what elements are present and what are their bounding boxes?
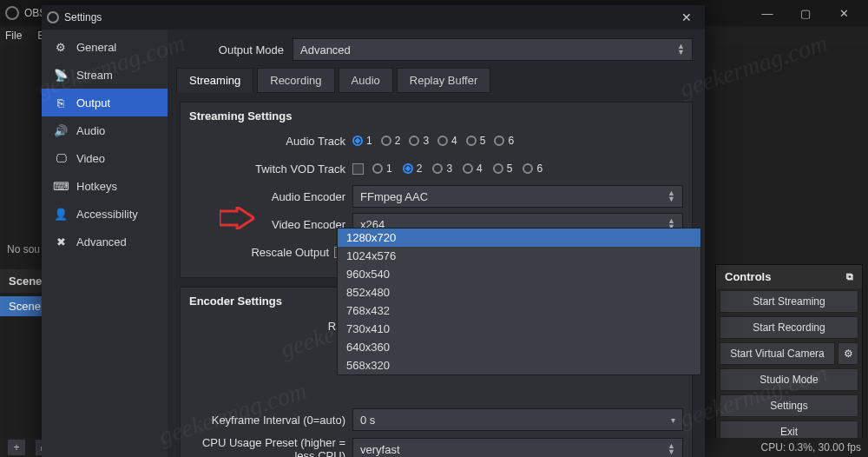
radio-icon bbox=[437, 136, 448, 146]
keyframe-select[interactable]: 0 s ▾ bbox=[352, 408, 683, 431]
svg-marker-0 bbox=[220, 207, 254, 229]
start-streaming-button[interactable]: Start Streaming bbox=[720, 290, 858, 313]
vod-tracks-option-3[interactable]: 3 bbox=[432, 162, 452, 175]
virtual-camera-settings-button[interactable]: ⚙ bbox=[838, 342, 858, 365]
maximize-icon[interactable]: ▢ bbox=[786, 0, 825, 26]
rescale-dropdown-list[interactable]: 1280x7201024x576960x540852x480768x432730… bbox=[337, 228, 701, 375]
radio-icon bbox=[409, 136, 419, 146]
dock-popout-icon[interactable]: ⧉ bbox=[846, 271, 853, 282]
close-icon[interactable]: ✕ bbox=[825, 0, 863, 26]
tab-replay-buffer[interactable]: Replay Buffer bbox=[397, 68, 491, 93]
sidebar-item-video[interactable]: 🖵Video bbox=[42, 144, 168, 172]
controls-dock: Controls ⧉ Start Streaming Start Recordi… bbox=[715, 264, 863, 446]
sidebar-item-general[interactable]: ⚙General bbox=[42, 33, 168, 61]
monitor-icon: 🖵 bbox=[54, 151, 68, 165]
cpu-preset-select[interactable]: veryfast ▲▼ bbox=[352, 438, 683, 457]
radio-icon bbox=[466, 136, 477, 146]
rescale-option[interactable]: 768x432 bbox=[338, 301, 700, 320]
tab-audio[interactable]: Audio bbox=[339, 68, 393, 93]
rescale-option[interactable]: 1024x576 bbox=[338, 247, 700, 265]
cpu-fps-label: CPU: 0.3%, 30.00 fps bbox=[761, 441, 861, 454]
tab-recording[interactable]: Recording bbox=[257, 68, 334, 93]
settings-button[interactable]: Settings bbox=[720, 394, 858, 417]
settings-title: Settings bbox=[64, 11, 102, 23]
cpu-preset-value: veryfast bbox=[360, 443, 400, 456]
gear-icon: ⚙ bbox=[54, 40, 68, 54]
streaming-settings-title: Streaming Settings bbox=[189, 109, 683, 123]
audio-tracks-option-2[interactable]: 2 bbox=[381, 135, 401, 147]
rescale-option[interactable]: 640x360 bbox=[338, 338, 700, 356]
audio-tracks-option-5[interactable]: 5 bbox=[466, 135, 486, 147]
sidebar-item-label: Advanced bbox=[76, 235, 127, 248]
obs-logo-icon bbox=[5, 6, 19, 20]
sidebar-item-output[interactable]: ⎘Output bbox=[42, 89, 168, 116]
radio-icon bbox=[381, 136, 391, 146]
audio-tracks-option-3[interactable]: 3 bbox=[409, 135, 429, 147]
vod-tracks-option-4[interactable]: 4 bbox=[463, 162, 483, 175]
keyboard-icon: ⌨ bbox=[54, 179, 68, 193]
tab-streaming[interactable]: Streaming bbox=[176, 68, 253, 93]
start-recording-button[interactable]: Start Recording bbox=[720, 316, 858, 339]
audio-track-label: Audio Track bbox=[189, 135, 345, 148]
sidebar-item-label: Stream bbox=[76, 69, 113, 82]
sidebar-item-label: General bbox=[76, 41, 116, 54]
rescale-option[interactable]: 568x320 bbox=[338, 356, 700, 374]
audio-encoder-label: Audio Encoder bbox=[189, 190, 345, 203]
start-virtual-camera-button[interactable]: Start Virtual Camera bbox=[720, 342, 835, 365]
updown-icon: ▲▼ bbox=[667, 443, 675, 455]
audio-tracks-option-6[interactable]: 6 bbox=[494, 135, 514, 147]
output-mode-value: Advanced bbox=[300, 43, 351, 56]
rescale-option[interactable]: 960x540 bbox=[338, 265, 700, 283]
access-icon: 👤 bbox=[54, 207, 68, 221]
audio-tracks-option-1[interactable]: 1 bbox=[352, 135, 372, 147]
antenna-icon: 📡 bbox=[54, 68, 68, 82]
settings-sidebar: ⚙General📡Stream⎘Output🔊Audio🖵Video⌨Hotke… bbox=[42, 30, 168, 457]
sidebar-item-accessibility[interactable]: 👤Accessibility bbox=[42, 200, 168, 228]
radio-icon bbox=[493, 163, 503, 174]
sidebar-item-label: Video bbox=[76, 152, 105, 165]
sidebar-item-stream[interactable]: 📡Stream bbox=[42, 61, 168, 89]
speaker-icon: 🔊 bbox=[54, 123, 68, 137]
rescale-option[interactable]: 1280x720 bbox=[338, 228, 700, 247]
vod-track-label: Twitch VOD Track bbox=[189, 162, 345, 176]
studio-mode-button[interactable]: Studio Mode bbox=[720, 368, 858, 391]
vod-track-radios: 123456 bbox=[372, 162, 542, 175]
no-source-label: No sou bbox=[7, 243, 40, 255]
window-buttons: — ▢ ✕ bbox=[748, 0, 863, 26]
vod-tracks-option-5[interactable]: 5 bbox=[493, 162, 513, 175]
output-tabs: StreamingRecordingAudioReplay Buffer bbox=[168, 68, 705, 93]
radio-icon bbox=[432, 163, 443, 174]
audio-tracks-option-4[interactable]: 4 bbox=[437, 135, 457, 147]
obs-logo-icon bbox=[47, 11, 59, 23]
sidebar-item-label: Accessibility bbox=[76, 208, 138, 221]
rescale-output-label: Rescale Output bbox=[251, 246, 329, 259]
chevron-down-icon: ▾ bbox=[671, 415, 675, 425]
output-mode-select[interactable]: Advanced ▲▼ bbox=[293, 38, 693, 61]
sidebar-item-audio[interactable]: 🔊Audio bbox=[42, 116, 168, 144]
arrow-annotation-icon bbox=[220, 207, 254, 229]
keyframe-label: Keyframe Interval (0=auto) bbox=[189, 414, 345, 427]
radio-icon bbox=[403, 163, 413, 174]
updown-icon: ▲▼ bbox=[667, 190, 675, 202]
vod-tracks-option-2[interactable]: 2 bbox=[403, 162, 423, 175]
add-scene-button[interactable]: + bbox=[7, 439, 26, 456]
radio-icon bbox=[372, 163, 383, 174]
audio-encoder-value: FFmpeg AAC bbox=[360, 190, 428, 203]
vod-track-controls: 123456 bbox=[352, 162, 683, 175]
sidebar-item-hotkeys[interactable]: ⌨Hotkeys bbox=[42, 172, 168, 200]
audio-encoder-select[interactable]: FFmpeg AAC ▲▼ bbox=[352, 185, 683, 208]
vod-tracks-option-6[interactable]: 6 bbox=[523, 162, 542, 175]
rescale-option[interactable]: 852x480 bbox=[338, 283, 700, 301]
minimize-icon[interactable]: — bbox=[748, 0, 786, 26]
rescale-option[interactable]: 730x410 bbox=[338, 320, 700, 338]
sidebar-item-label: Output bbox=[76, 96, 110, 109]
sidebar-item-label: Hotkeys bbox=[76, 180, 117, 193]
vod-tracks-option-1[interactable]: 1 bbox=[372, 162, 392, 175]
rescale-option[interactable]: 512x288 bbox=[338, 374, 700, 375]
settings-close-button[interactable]: ✕ bbox=[674, 10, 700, 24]
sidebar-item-label: Audio bbox=[76, 124, 105, 137]
menu-file[interactable]: File bbox=[5, 30, 22, 42]
controls-title: Controls bbox=[725, 270, 771, 283]
sidebar-item-advanced[interactable]: ✖Advanced bbox=[42, 228, 168, 255]
vod-checkbox[interactable] bbox=[352, 163, 364, 175]
